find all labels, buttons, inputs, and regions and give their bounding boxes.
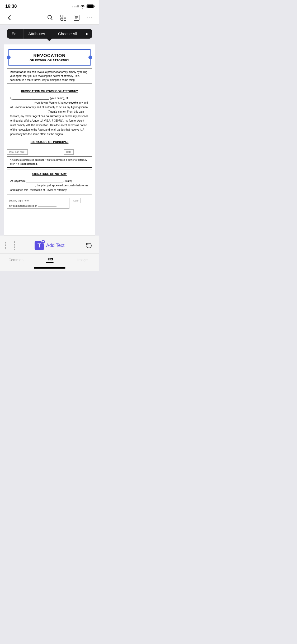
more-button[interactable]: ··· (86, 14, 94, 22)
handle-right[interactable] (88, 56, 92, 59)
battery-icon (87, 4, 94, 8)
add-text-icon: T + (35, 241, 44, 250)
sign-here-label: (You sign here) (7, 149, 28, 155)
toolbar-right: ··· (46, 14, 94, 22)
page2-box (7, 214, 92, 219)
home-indicator (0, 265, 99, 271)
context-menu: Edit Attributes... Choose All ▶ (7, 29, 92, 39)
status-icons (72, 4, 94, 8)
add-text-button[interactable]: T + Add Text (35, 241, 65, 250)
content-area: Edit Attributes... Choose All ▶ REVOCATI… (0, 25, 99, 236)
svg-rect-1 (61, 15, 63, 17)
attributes-button[interactable]: Attributes... (23, 29, 53, 39)
list-button[interactable] (73, 14, 81, 22)
play-button[interactable]: ▶ (82, 29, 92, 39)
tab-active-indicator (46, 262, 54, 263)
tab-image[interactable]: Image (66, 257, 99, 263)
notary-date-label: Date (71, 198, 81, 203)
svg-rect-2 (64, 15, 66, 17)
doc-title: REVOCATION (12, 53, 87, 59)
body-text: I, _________________________ (your name)… (10, 96, 89, 136)
body-bold-2: no authority (46, 115, 61, 118)
signature-notary-label: SIGNATURE OF NOTARY (10, 172, 89, 177)
edit-button[interactable]: Edit (7, 29, 23, 39)
svg-rect-4 (64, 18, 66, 20)
section-title: REVOCATION OF POWER OF ATTORNEY (10, 89, 89, 94)
back-button[interactable] (5, 14, 13, 22)
instructions-box: Instructions: You can revoke a power of … (7, 68, 92, 84)
notary-sign-label: (Notary signs here) (9, 199, 67, 202)
tab-text[interactable]: Text (33, 256, 66, 264)
undo-button[interactable] (84, 241, 94, 250)
tab-comment[interactable]: Comment (0, 257, 33, 263)
commission-text: My commission expires on (9, 205, 67, 207)
context-menu-wrapper: Edit Attributes... Choose All ▶ (4, 29, 95, 40)
page2-area (7, 214, 92, 232)
notary-sign-box: (Notary signs here) My commission expire… (7, 198, 69, 209)
home-bar (34, 267, 65, 269)
svg-rect-3 (61, 18, 63, 20)
status-time: 16:38 (5, 4, 17, 9)
selection-tool-button[interactable] (5, 241, 15, 250)
date-label: Date (64, 149, 74, 155)
body-bold-1: revoke (69, 101, 78, 104)
notary-text: At (city/town) _________________________… (10, 179, 89, 192)
choose-all-button[interactable]: Choose All (53, 29, 82, 39)
doc-subtitle: OF POWER OF ATTORNEY (12, 59, 87, 62)
notary-section: SIGNATURE OF NOTARY At (city/town) _____… (7, 169, 92, 195)
main-toolbar: ··· (0, 11, 99, 25)
body-text-3: to handle my personal or financial affai… (10, 115, 88, 136)
notary-notice: A notary's signature is optional. This f… (7, 156, 92, 168)
status-bar: 16:38 (0, 0, 99, 11)
wifi-icon (80, 5, 85, 8)
add-text-row: T + Add Text (0, 238, 99, 254)
add-text-plus-icon: + (41, 240, 45, 243)
add-text-label: Add Text (46, 243, 65, 248)
sign-row: (You sign here) Date (7, 149, 92, 155)
signal-icon (72, 5, 79, 7)
handle-left[interactable] (7, 56, 11, 59)
notary-sign-row: (Notary signs here) My commission expire… (7, 197, 92, 209)
search-button[interactable] (46, 14, 54, 22)
tab-bar: Comment Text Image (0, 254, 99, 265)
title-box[interactable]: REVOCATION OF POWER OF ATTORNEY (8, 49, 91, 66)
bottom-section: T + Add Text Comment Text Image (0, 236, 99, 271)
grid-button[interactable] (59, 14, 67, 22)
instructions-label: Instructions: (10, 71, 26, 73)
main-section: REVOCATION OF POWER OF ATTORNEY I, _____… (7, 86, 92, 147)
signature-principal-label: SIGNATURE OF PRINCIPAL (31, 140, 69, 144)
document: REVOCATION OF POWER OF ATTORNEY Instruct… (4, 44, 95, 236)
body-text-1: I, _________________________ (your name)… (10, 97, 69, 104)
